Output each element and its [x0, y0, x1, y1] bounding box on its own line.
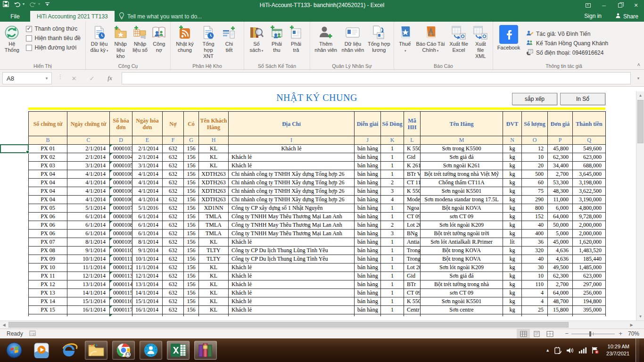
cell-Q17[interactable]: 2,000,000 [573, 221, 606, 230]
cell-E11[interactable]: 4/1/2014 [132, 170, 163, 179]
insert-function-icon[interactable]: fx [101, 74, 119, 82]
cell-E10[interactable]: 3/1/2014 [132, 162, 163, 170]
cell-G26[interactable]: 156 [184, 297, 199, 306]
cell-L24[interactable]: BTr [404, 280, 421, 289]
cell-O13[interactable]: 75 [522, 187, 548, 196]
cell-M10[interactable]: Sơn ngoài K261 [421, 162, 503, 170]
cell-O17[interactable]: 40 [522, 221, 548, 230]
cell-L27[interactable]: Centr [404, 306, 421, 314]
cell-D11[interactable]: 0000106 [110, 170, 132, 179]
column-letter-E[interactable]: E [132, 136, 163, 145]
column-header-Q[interactable]: Thành tiền [573, 112, 606, 136]
cell-I26[interactable]: Khách lẻ [229, 297, 355, 306]
cell-F20[interactable]: 632 [163, 247, 184, 255]
cell-J28[interactable] [355, 314, 381, 316]
cell-K18[interactable]: 3 [381, 230, 404, 238]
cell-K11[interactable]: 1 [381, 170, 404, 179]
ultraviewer-icon[interactable] [140, 341, 162, 360]
nhat-ky-chung-button[interactable]: Nhật ký chung [173, 23, 197, 64]
cell-J25[interactable]: bán hàng [355, 289, 381, 297]
cell-F15[interactable]: 632 [163, 204, 184, 213]
cell-B27[interactable]: PX 15 [29, 306, 67, 314]
cell-M12[interactable]: Chống thấm CT11A [421, 179, 503, 187]
cell-K28[interactable] [381, 314, 404, 316]
cell-K21[interactable]: 1 [381, 255, 404, 263]
cell-I15[interactable]: Công ty CP xây dựng số 1 Nhật Nguyên [229, 204, 355, 213]
cell-P22[interactable]: 49,500 [548, 263, 573, 272]
action-center-flag-icon[interactable] [591, 346, 599, 354]
column-letter-B[interactable]: B [29, 136, 67, 145]
cell-J21[interactable]: bán hàng [355, 255, 381, 263]
cell-D8[interactable]: 0000103 [110, 145, 132, 153]
cell-O9[interactable]: 10 [522, 153, 548, 162]
column-letter-O[interactable]: O [522, 136, 548, 145]
cell-O24[interactable]: 110 [522, 280, 548, 289]
column-header-D[interactable]: Số hóa đơn [110, 112, 132, 136]
cell-D24[interactable]: 0000114 [110, 280, 132, 289]
checkbox-box[interactable] [26, 35, 32, 41]
scroll-right-arrow[interactable]: ▶ [627, 321, 636, 329]
column-header-N[interactable]: ĐVT [503, 112, 522, 136]
cell-O8[interactable]: 12 [522, 145, 548, 153]
cell-P12[interactable]: 53,300 [548, 179, 573, 187]
cell-C16[interactable]: 6/1/2014 [67, 213, 110, 221]
cell-L20[interactable]: Trong [404, 247, 421, 255]
cancel-icon[interactable]: ✕ [65, 75, 83, 82]
column-letter-C[interactable]: C [67, 136, 110, 145]
cell-K14[interactable]: 4 [381, 196, 404, 204]
formula-input[interactable] [122, 72, 631, 84]
scroll-down-arrow[interactable]: ▼ [636, 313, 644, 321]
cell-P18[interactable]: 5,000 [548, 230, 573, 238]
cell-D12[interactable]: 0000106 [110, 179, 132, 187]
cell-H26[interactable]: KL [199, 297, 229, 306]
cell-J18[interactable]: bán hàng [355, 230, 381, 238]
cell-E8[interactable]: 2/1/2014 [132, 145, 163, 153]
so-sach-button[interactable]: Sổ sách▾ [246, 23, 267, 64]
cell-H25[interactable]: KL [199, 289, 229, 297]
cell-B28[interactable] [29, 314, 67, 316]
checkbox-hien-thanh-tieu-de[interactable]: Hiện thanh tiêu đề [26, 35, 81, 41]
cell-H17[interactable]: TMLA [199, 221, 229, 230]
enter-icon[interactable]: ✓ [83, 75, 101, 82]
cell-C15[interactable]: 5/1/2014 [67, 204, 110, 213]
cell-J8[interactable]: bán hàng [355, 145, 381, 153]
cell-N13[interactable]: kg [503, 187, 522, 196]
sign-in-link[interactable]: Sign in [584, 13, 602, 19]
cell-M14[interactable]: Sơn modena standar trong 17.5L [421, 196, 503, 204]
column-letter-G[interactable]: G [184, 136, 199, 145]
cell-G16[interactable]: 156 [184, 213, 199, 221]
cell-Q15[interactable]: 4,800,000 [573, 204, 606, 213]
column-header-L[interactable]: Mã HH [404, 112, 421, 136]
share-button[interactable]: Share [615, 13, 638, 20]
cell-I28[interactable] [229, 314, 355, 316]
cell-C17[interactable]: 6/1/2014 [67, 221, 110, 230]
tray-expand-arrow[interactable]: ▲ [545, 348, 550, 353]
cell-F8[interactable]: 632 [163, 145, 184, 153]
cell-H14[interactable]: XDTH263 [199, 196, 229, 204]
cell-B24[interactable]: PX 12 [29, 280, 67, 289]
cell-E13[interactable]: 4/1/2014 [132, 187, 163, 196]
cell-I10[interactable]: Khách lẻ [229, 162, 355, 170]
ribbon-display-options-button[interactable] [580, 0, 596, 11]
cell-G12[interactable]: 156 [184, 179, 199, 187]
chi-tiet-button[interactable]: Chi tiết [220, 23, 239, 64]
checkbox-hien-duong-luoi[interactable]: Hiện đường lưới [26, 44, 81, 51]
cell-D27[interactable]: 0000117 [110, 306, 132, 314]
cell-K19[interactable]: 1 [381, 238, 404, 247]
tab-hiti-accounting[interactable]: HiTi Accounting 2021 TT133 [30, 11, 115, 22]
cell-M21[interactable]: Bột trong KOVA [421, 255, 503, 263]
cell-O25[interactable]: 4 [522, 289, 548, 297]
cell-J17[interactable]: bán hàng [355, 221, 381, 230]
cell-O22[interactable]: 30 [522, 263, 548, 272]
cell-Q25[interactable]: 256,000 [573, 289, 606, 297]
cell-Q27[interactable]: 395,000 [573, 306, 606, 314]
cell-N26[interactable]: kg [503, 297, 522, 306]
cell-H9[interactable]: KL [199, 153, 229, 162]
cell-F10[interactable]: 632 [163, 162, 184, 170]
cell-L25[interactable]: CT 09 [404, 289, 421, 297]
cell-J12[interactable]: bán hàng [355, 179, 381, 187]
cell-M28[interactable] [421, 314, 503, 316]
cong-no-button[interactable]: Công nợ [150, 23, 168, 64]
cell-Q18[interactable]: 2,000,000 [573, 230, 606, 238]
cell-M23[interactable]: Sơn giả đá [421, 272, 503, 280]
